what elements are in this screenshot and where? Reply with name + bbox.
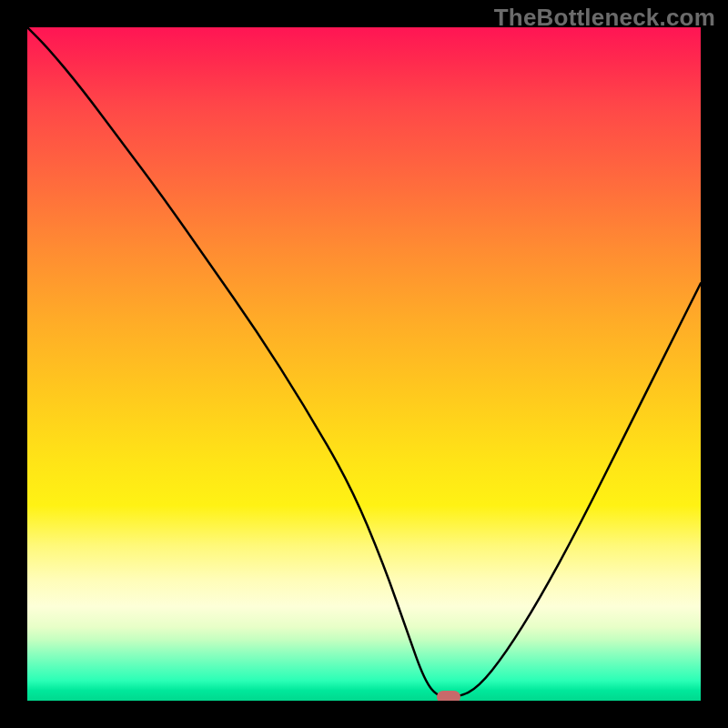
chart-frame: TheBottleneck.com bbox=[0, 0, 728, 728]
optimal-point-marker bbox=[437, 691, 460, 701]
bottleneck-curve bbox=[27, 27, 701, 701]
plot-area bbox=[27, 27, 701, 701]
